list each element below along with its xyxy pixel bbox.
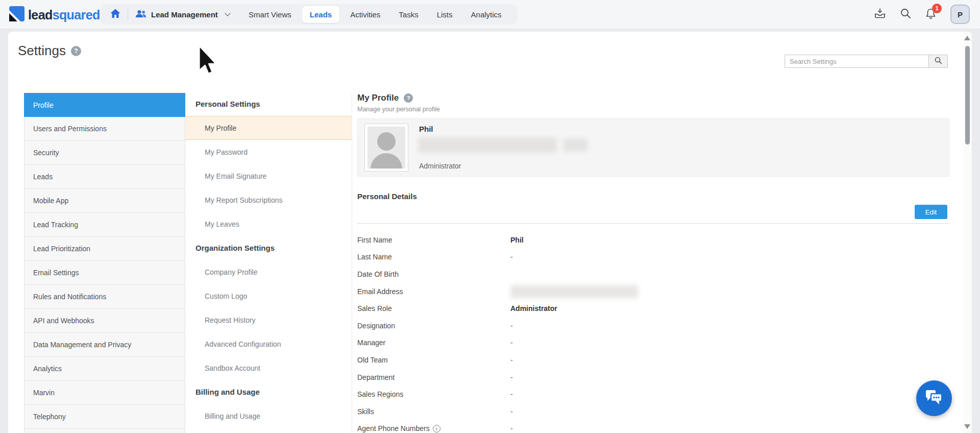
submenu-item-company-profile[interactable]: Company Profile: [185, 260, 352, 284]
submenu-item-my-email-signature[interactable]: My Email Signature: [185, 164, 352, 188]
submenu-item-my-leaves[interactable]: My Leaves: [185, 212, 352, 236]
field-label-text: First Name: [357, 236, 392, 244]
field-row-department: Department-: [357, 369, 949, 386]
home-icon: [110, 9, 120, 20]
edit-button[interactable]: Edit: [915, 205, 947, 219]
submenu-item-request-history[interactable]: Request History: [185, 308, 352, 332]
panel-subtitle: Manage your personal profile: [357, 106, 949, 113]
field-label: Sales Role: [357, 304, 510, 312]
leadsquared-logo-mark-icon: [9, 6, 24, 23]
sidebar-item-email-settings[interactable]: Email Settings: [24, 261, 185, 285]
field-value: -: [510, 407, 513, 416]
sidebar-item-security[interactable]: Security: [24, 141, 185, 165]
sidebar-item-lead-tracking[interactable]: Lead Tracking: [24, 213, 185, 237]
info-icon[interactable]: i: [433, 425, 440, 432]
sidebar-item-profile[interactable]: Profile: [24, 93, 185, 117]
field-label: First Name: [357, 236, 510, 244]
global-search-button[interactable]: [900, 8, 911, 21]
sidebar-item-mobile-app[interactable]: Mobile App: [24, 189, 185, 213]
leadsquared-app: leadsquared Lead Management: [0, 0, 980, 433]
sidebar-item-leads[interactable]: Leads: [24, 165, 185, 189]
sidebar-item-rules-and-notifications[interactable]: Rules and Notifications: [24, 285, 185, 309]
submenu-item-my-profile[interactable]: My Profile: [185, 116, 352, 140]
field-value: -: [510, 356, 513, 364]
person-silhouette-icon: [368, 127, 405, 169]
my-profile-panel: My Profile ? Manage your personal profil…: [357, 93, 949, 433]
bell-icon: [925, 12, 936, 21]
logo-text-squared: squared: [53, 8, 100, 22]
field-value: -: [510, 390, 513, 398]
page-title: Settings: [18, 43, 66, 59]
tab-tasks[interactable]: Tasks: [391, 6, 426, 23]
magnifier-icon: [935, 57, 942, 66]
field-row-skills: Skills-: [357, 403, 949, 420]
sidebar-item-item[interactable]: [24, 429, 185, 433]
field-row-agent-phone-numbers: Agent Phone Numbersi-: [357, 420, 949, 433]
panel-help-icon[interactable]: ?: [404, 93, 413, 103]
vertical-scrollbar[interactable]: [963, 32, 972, 433]
profile-role: Administrator: [419, 162, 461, 170]
scroll-up-arrow-icon[interactable]: [964, 36, 970, 40]
panel-title: My Profile: [357, 93, 399, 103]
submenu-item-sandbox-account[interactable]: Sandbox Account: [185, 356, 352, 380]
field-label: Last Name: [357, 253, 510, 261]
redacted-email-suffix: [563, 138, 587, 152]
profile-name: Phil: [419, 125, 433, 133]
chat-support-button[interactable]: [916, 380, 952, 416]
users-group-icon: [135, 10, 146, 19]
settings-search-button[interactable]: [928, 55, 948, 68]
field-value: -: [510, 339, 513, 347]
scrollbar-thumb[interactable]: [965, 46, 970, 145]
tab-analytics[interactable]: Analytics: [463, 6, 509, 23]
field-label: Date Of Birth: [357, 270, 510, 278]
chat-bubbles-icon: [924, 389, 944, 408]
sidebar-item-users-and-permissions[interactable]: Users and Permissions: [24, 117, 185, 141]
sidebar-item-lead-prioritization[interactable]: Lead Prioritization: [24, 237, 185, 261]
workspace-label: Lead Management: [151, 10, 218, 19]
submenu-item-item[interactable]: [185, 428, 352, 433]
home-button[interactable]: [108, 7, 122, 21]
field-label-text: Agent Phone Numbers: [357, 424, 430, 432]
submenu-item-custom-logo[interactable]: Custom Logo: [185, 284, 352, 308]
sidebar-item-analytics[interactable]: Analytics: [24, 357, 185, 381]
profile-photo-placeholder[interactable]: [364, 124, 408, 172]
sidebar-item-api-and-webhooks[interactable]: API and Webhooks: [24, 309, 185, 333]
field-value: Phil: [510, 236, 524, 244]
settings-sidebar: ProfileUsers and PermissionsSecurityLead…: [24, 93, 185, 433]
page-header: Settings ?: [18, 43, 81, 59]
field-row-designation: Designation-: [357, 317, 949, 334]
redacted-email: [418, 137, 557, 153]
import-tray-button[interactable]: [874, 8, 886, 21]
tab-smart-views[interactable]: Smart Views: [241, 6, 299, 23]
nav-divider: [128, 9, 128, 20]
submenu-item-my-report-subscriptions[interactable]: My Report Subscriptions: [185, 188, 352, 212]
top-navbar: leadsquared Lead Management: [0, 0, 980, 29]
field-row-manager: Manager-: [357, 334, 949, 352]
notification-count-badge: 1: [932, 4, 942, 13]
scroll-down-arrow-icon[interactable]: [964, 424, 970, 429]
field-label-text: Manager: [357, 339, 385, 347]
redacted-field-value: [510, 285, 638, 298]
logo-text: leadsquared: [28, 7, 100, 22]
submenu-item-my-password[interactable]: My Password: [185, 140, 352, 164]
field-row-first-name: First NamePhil: [357, 231, 949, 249]
leadsquared-logo[interactable]: leadsquared: [9, 6, 100, 23]
field-value: -: [510, 322, 513, 330]
notifications-button[interactable]: 1: [925, 8, 936, 21]
sidebar-item-data-management-and-privacy[interactable]: Data Management and Privacy: [24, 333, 185, 357]
tab-lists[interactable]: Lists: [429, 6, 460, 23]
tab-leads[interactable]: Leads: [302, 6, 339, 23]
submenu-item-advanced-configuration[interactable]: Advanced Configuration: [185, 332, 352, 356]
field-label-text: Department: [357, 373, 395, 381]
sidebar-item-marvin[interactable]: Marvin: [24, 381, 185, 405]
workspace-selector[interactable]: Lead Management: [135, 10, 230, 19]
submenu-item-billing-and-usage[interactable]: Billing and Usage: [185, 404, 352, 428]
tab-activities[interactable]: Activities: [342, 6, 388, 23]
help-icon[interactable]: ?: [71, 46, 81, 56]
sidebar-item-telephony[interactable]: Telephony: [24, 405, 185, 429]
profile-summary-card: Phil Administrator: [357, 118, 949, 177]
user-avatar[interactable]: P: [950, 5, 970, 24]
topbar-right: 1 P: [874, 0, 970, 29]
submenu-header-billing-and-usage: Billing and Usage: [185, 380, 352, 404]
settings-search-input[interactable]: [785, 55, 928, 68]
